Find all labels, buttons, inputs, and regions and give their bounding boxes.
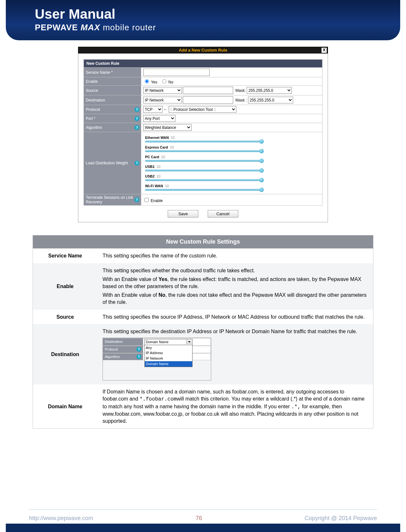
enable-yes-option[interactable]: Yes bbox=[143, 80, 157, 84]
source-ip-input[interactable] bbox=[183, 87, 233, 94]
slider-label: Ethernet WAN bbox=[145, 136, 169, 140]
page-number: 76 bbox=[196, 515, 202, 522]
section-header: New Custom Rule bbox=[84, 60, 322, 68]
footer-band bbox=[6, 524, 400, 532]
slider-label: USB2 bbox=[145, 174, 154, 178]
dialog-title: Add a New Custom Rule bbox=[179, 48, 227, 53]
slider-grip[interactable] bbox=[259, 178, 264, 182]
dropdown-option[interactable]: Any bbox=[145, 345, 192, 351]
mini-value: Domain NameAnyIP AddressIP NetworkDomain… bbox=[143, 338, 211, 346]
close-icon[interactable]: X bbox=[321, 47, 327, 53]
destination-dropdown-illustration: DestinationDomain NameAnyIP AddressIP Ne… bbox=[103, 338, 211, 381]
radio-yes[interactable] bbox=[145, 79, 149, 83]
mini-label: Destination bbox=[103, 338, 143, 346]
slider-track[interactable] bbox=[145, 160, 261, 162]
slider-value: 10 bbox=[156, 165, 160, 169]
help-icon[interactable]: ? bbox=[136, 347, 141, 352]
source-type-select[interactable]: IP Network bbox=[143, 87, 182, 94]
page-footer: http://www.pepwave.com 76 Copyright @ 20… bbox=[29, 509, 377, 522]
dropdown-list[interactable]: AnyIP AddressIP NetworkDomain Name bbox=[144, 345, 193, 367]
setting-key: Destination bbox=[33, 324, 97, 384]
help-icon[interactable]: ? bbox=[134, 125, 139, 130]
document-page: User Manual PEPWAVE MAX mobile router Ad… bbox=[0, 0, 406, 532]
setting-key: Source bbox=[33, 310, 97, 324]
slider-grip[interactable] bbox=[259, 139, 264, 144]
settings-table: New Custom Rule Settings Service NameThi… bbox=[33, 235, 373, 429]
slider-value: 10 bbox=[161, 155, 165, 159]
slider-label: PC Card bbox=[145, 155, 159, 159]
load-slider[interactable]: USB210 bbox=[145, 174, 318, 181]
algorithm-select[interactable]: Weighted Balance bbox=[143, 124, 192, 131]
help-icon[interactable]: ? bbox=[136, 354, 141, 359]
slider-value: 10 bbox=[156, 174, 160, 178]
custom-rule-dialog: Add a New Custom Rule X New Custom Rule … bbox=[78, 47, 328, 222]
slider-track[interactable] bbox=[145, 169, 261, 171]
load-slider[interactable]: PC Card10 bbox=[145, 155, 318, 162]
service-name-input[interactable] bbox=[143, 69, 210, 76]
help-icon[interactable]: ? bbox=[134, 161, 139, 166]
dialog-titlebar: Add a New Custom Rule X bbox=[78, 47, 328, 53]
source-mask-label: Mask: bbox=[235, 88, 246, 93]
product-line: PEPWAVE MAX mobile router bbox=[35, 23, 400, 33]
slider-track[interactable] bbox=[145, 179, 261, 181]
label-load-distribution: Load Distribution Weight ? bbox=[84, 132, 141, 194]
label-service-name: Service Name * bbox=[84, 68, 141, 77]
setting-description: This setting specifies the source IP Add… bbox=[97, 310, 373, 324]
label-protocol: Protocol ? bbox=[84, 105, 141, 114]
protocol-select[interactable]: TCP bbox=[143, 106, 163, 113]
load-slider[interactable]: Ethernet WAN10 bbox=[145, 135, 318, 142]
setting-key: Domain Name bbox=[33, 384, 97, 428]
setting-key: Service Name bbox=[33, 248, 97, 263]
label-destination: Destination bbox=[84, 95, 141, 105]
port-select[interactable]: Any Port bbox=[143, 115, 175, 122]
slider-grip[interactable] bbox=[259, 188, 264, 192]
destination-mask-label: Mask : bbox=[235, 98, 247, 102]
slider-grip[interactable] bbox=[259, 168, 264, 173]
slider-track[interactable] bbox=[145, 150, 261, 152]
load-slider[interactable]: USB110 bbox=[145, 164, 318, 171]
slider-value: 10 bbox=[171, 136, 174, 140]
slider-grip[interactable] bbox=[259, 149, 264, 153]
help-icon[interactable]: ? bbox=[134, 107, 139, 112]
slider-track[interactable] bbox=[145, 140, 261, 142]
slider-track[interactable] bbox=[145, 189, 261, 191]
domain-dropdown[interactable]: Domain NameAnyIP AddressIP NetworkDomain… bbox=[144, 339, 193, 345]
cancel-button[interactable]: Cancel bbox=[208, 210, 238, 218]
setting-description: If Domain Name is chosen and a domain na… bbox=[97, 384, 373, 428]
source-mask-select[interactable]: 255.255.255.0 bbox=[247, 87, 292, 94]
terminate-enable-option[interactable]: Enable bbox=[143, 198, 163, 203]
label-enable: Enable bbox=[84, 77, 141, 86]
manual-title: User Manual bbox=[35, 6, 400, 22]
load-slider[interactable]: Express Card10 bbox=[145, 145, 318, 152]
footer-url: http://www.pepwave.com bbox=[29, 515, 93, 522]
destination-ip-input[interactable] bbox=[183, 96, 233, 104]
help-icon[interactable]: ? bbox=[134, 198, 139, 202]
slider-value: 10 bbox=[165, 184, 169, 188]
document-header: User Manual PEPWAVE MAX mobile router bbox=[6, 0, 400, 40]
label-port: Port * ? bbox=[84, 114, 141, 123]
label-terminate-sessions: Terminate Sessions on Link Recovery ? bbox=[84, 194, 141, 206]
dropdown-option[interactable]: IP Address bbox=[145, 350, 192, 356]
label-source: Source bbox=[84, 86, 141, 95]
protocol-tool-select[interactable]: :: Protocol Selection Tool :: bbox=[169, 106, 236, 113]
destination-mask-select[interactable]: 255.255.255.0 bbox=[248, 97, 293, 103]
terminate-checkbox[interactable] bbox=[144, 198, 149, 202]
footer-copyright: Copyright @ 2014 Pepwave bbox=[305, 515, 377, 522]
dropdown-option[interactable]: Domain Name bbox=[145, 361, 192, 367]
radio-no[interactable] bbox=[162, 79, 166, 83]
destination-type-select[interactable]: IP Network bbox=[143, 97, 182, 103]
enable-no-option[interactable]: No bbox=[161, 80, 173, 84]
label-algorithm: Algorithm ? bbox=[84, 123, 141, 132]
setting-description: This setting specifies the name of the c… bbox=[97, 248, 373, 263]
help-icon[interactable]: ? bbox=[134, 116, 139, 121]
load-slider[interactable]: Wi-Fi WAN10 bbox=[145, 184, 318, 191]
setting-description: This setting specifies whether the outbo… bbox=[97, 263, 373, 310]
save-button[interactable]: Save bbox=[168, 210, 198, 218]
dropdown-option[interactable]: IP Network bbox=[145, 356, 192, 361]
slider-grip[interactable] bbox=[259, 159, 264, 163]
setting-description: This setting specifies the destination I… bbox=[97, 324, 373, 384]
settings-title: New Custom Rule Settings bbox=[33, 235, 373, 248]
slider-label: USB1 bbox=[145, 165, 154, 169]
mini-label: Algorithm? bbox=[103, 353, 143, 361]
chevron-down-icon bbox=[186, 340, 192, 344]
